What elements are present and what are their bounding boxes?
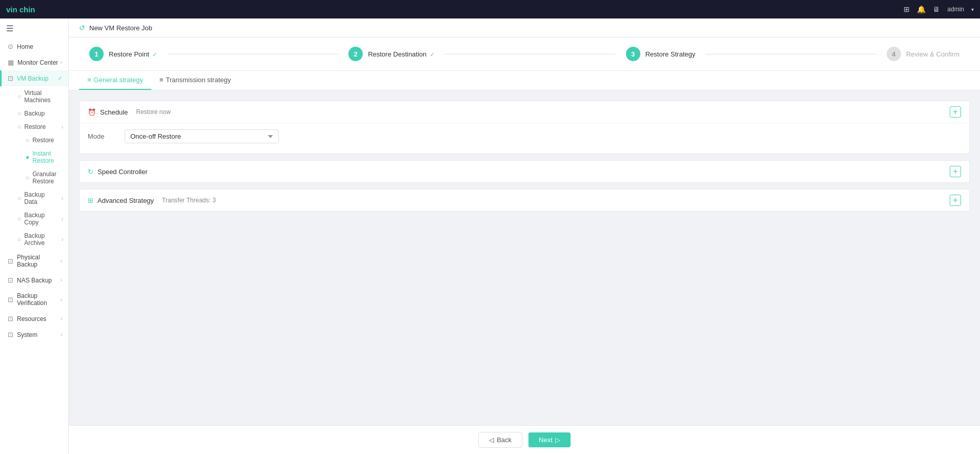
sidebar-item-vm-backup[interactable]: ⊡ VM Backup ✓ — [0, 70, 68, 86]
step-3: 3 Restore Strategy — [626, 47, 696, 61]
advanced-title: Advanced Strategy — [97, 197, 154, 204]
tab-transmission-strategy[interactable]: ≡ Transmission strategy — [151, 71, 239, 90]
back-label: Back — [497, 436, 512, 444]
home-icon: ⊙ — [8, 43, 13, 50]
step-3-label-group: Restore Strategy — [645, 50, 696, 58]
main-content: ⏰ Schedule Restore now + Mode Once-off R… — [69, 90, 980, 425]
vm-backup-chevron: ✓ — [58, 75, 62, 81]
restore-chevron: › — [62, 124, 63, 130]
step-1-label: Restore Point — [109, 50, 149, 58]
sidebar-item-instant-restore[interactable]: ● Instant Restore — [21, 147, 68, 167]
back-button[interactable]: ◁ Back — [478, 432, 522, 448]
step-3-label: Restore Strategy — [645, 50, 696, 58]
grid-icon[interactable]: ⊞ — [904, 5, 910, 13]
page-header: ↺ New VM Restore Job — [69, 18, 980, 37]
advanced-icon: ⊞ — [88, 197, 93, 204]
advanced-subtitle: Transfer Threads: 3 — [162, 197, 216, 204]
general-tab-icon: ≡ — [87, 76, 91, 84]
chevron-down-icon: ▾ — [971, 7, 974, 12]
step-4-circle: 4 — [887, 47, 901, 61]
sidebar-item-nas-backup-label: NAS Backup — [17, 277, 52, 284]
sidebar-item-backup-verification[interactable]: ⊡ Backup Verification › — [0, 288, 68, 311]
step-4: 4 Review & Confirm — [887, 47, 959, 61]
sidebar-item-restore-label: Restore — [24, 123, 46, 130]
next-icon: ▷ — [555, 436, 560, 444]
step-1-num: 1 — [94, 50, 98, 58]
step-connector-2 — [445, 54, 616, 54]
logo-chin: chin — [19, 5, 35, 14]
granular-dot: ○ — [26, 174, 29, 181]
tab-transmission-label: Transmission strategy — [166, 76, 231, 84]
sidebar-item-backup-label: Backup — [24, 110, 45, 117]
tab-bar: ≡ General strategy ≡ Transmission strate… — [69, 71, 980, 90]
sidebar-item-backup-data[interactable]: ○ Backup Data › — [12, 188, 68, 209]
sidebar-item-restore-sub[interactable]: ○ Restore — [21, 134, 68, 147]
sidebar-item-restore[interactable]: ○ Restore › — [12, 120, 68, 134]
restore-job-icon: ↺ — [79, 24, 85, 32]
next-label: Next — [539, 436, 553, 444]
tab-general-strategy[interactable]: ≡ General strategy — [79, 71, 151, 90]
backup-data-chevron: › — [62, 196, 63, 201]
sidebar-item-granular-restore-label: Granular Restore — [32, 171, 63, 185]
backup-dot: ○ — [17, 110, 21, 117]
sidebar-item-virtual-machines[interactable]: ○ Virtual Machines — [12, 86, 68, 107]
vm-backup-icon: ⊡ — [8, 74, 13, 82]
sidebar-item-monitor[interactable]: ▦ Monitor Center › — [0, 54, 68, 70]
sidebar: ☰ ⊙ Home ▦ Monitor Center › ⊡ VM Backup … — [0, 18, 69, 454]
restore-sub-group: ○ Restore ● Instant Restore ○ Granular R… — [12, 134, 68, 188]
step-connector-1 — [167, 54, 338, 54]
sidebar-toggle[interactable]: ☰ — [0, 18, 68, 39]
sidebar-item-vm-backup-label: VM Backup — [17, 75, 48, 82]
step-2-circle: 2 — [348, 47, 363, 61]
advanced-card-header[interactable]: ⊞ Advanced Strategy Transfer Threads: 3 … — [80, 190, 969, 211]
speed-card: ↻ Speed Controller + — [79, 160, 970, 183]
topbar-icons: ⊞ 🔔 🖥 admin ▾ — [904, 5, 974, 13]
system-icon: ⊡ — [8, 331, 13, 338]
schedule-card-header[interactable]: ⏰ Schedule Restore now + — [80, 101, 969, 123]
sidebar-item-physical-backup[interactable]: ⊡ Physical Backup › — [0, 250, 68, 272]
sidebar-item-backup-archive[interactable]: ○ Backup Archive › — [12, 229, 68, 250]
speed-icon: ↻ — [88, 168, 93, 176]
sidebar-item-physical-backup-label: Physical Backup — [17, 254, 61, 268]
sidebar-item-backup-verification-label: Backup Verification — [17, 292, 61, 307]
sidebar-item-resources-label: Resources — [17, 315, 46, 323]
sidebar-item-granular-restore[interactable]: ○ Granular Restore — [21, 167, 68, 188]
step-1: 1 Restore Point ✓ — [89, 47, 157, 61]
sidebar-item-backup-copy[interactable]: ○ Backup Copy › — [12, 209, 68, 229]
step-2-check: ✓ — [430, 51, 435, 58]
step-2-label: Restore Destination — [368, 50, 426, 58]
physical-backup-icon: ⊡ — [8, 257, 13, 265]
physical-backup-chevron: › — [61, 258, 62, 264]
sidebar-item-backup-copy-label: Backup Copy — [24, 212, 58, 226]
schedule-expand-btn[interactable]: + — [950, 106, 961, 118]
desktop-icon[interactable]: 🖥 — [933, 5, 940, 13]
tab-general-label: General strategy — [94, 76, 143, 84]
speed-expand-btn[interactable]: + — [950, 166, 961, 177]
schedule-card-header-left: ⏰ Schedule Restore now — [88, 108, 171, 116]
user-label[interactable]: admin — [947, 6, 964, 13]
nas-backup-chevron: › — [61, 277, 62, 283]
sidebar-item-resources[interactable]: ⊡ Resources › — [0, 311, 68, 327]
sidebar-item-virtual-machines-label: Virtual Machines — [24, 89, 63, 104]
step-4-label: Review & Confirm — [906, 50, 959, 58]
schedule-icon: ⏰ — [88, 108, 96, 116]
next-button[interactable]: Next ▷ — [528, 432, 571, 447]
system-chevron: › — [61, 332, 62, 337]
mode-select[interactable]: Once-off Restore Scheduled Restore — [125, 129, 279, 143]
wizard-steps: 1 Restore Point ✓ 2 Restore Destination … — [69, 37, 980, 71]
advanced-expand-btn[interactable]: + — [950, 195, 961, 206]
sidebar-item-nas-backup[interactable]: ⊡ NAS Backup › — [0, 272, 68, 288]
footer: ◁ Back Next ▷ — [69, 425, 980, 454]
bell-icon[interactable]: 🔔 — [917, 5, 926, 13]
sidebar-item-instant-restore-label: Instant Restore — [32, 150, 63, 164]
sidebar-sub-vm: ○ Virtual Machines ○ Backup ○ Restore › … — [0, 86, 68, 250]
sidebar-item-home[interactable]: ⊙ Home — [0, 39, 68, 54]
content-area: ↺ New VM Restore Job 1 Restore Point ✓ 2 — [69, 18, 980, 454]
step-1-label-group: Restore Point ✓ — [109, 50, 157, 58]
transmission-tab-icon: ≡ — [160, 76, 164, 84]
logo-v: vin — [6, 5, 17, 14]
speed-card-header[interactable]: ↻ Speed Controller + — [80, 161, 969, 182]
mode-label: Mode — [88, 133, 119, 140]
sidebar-item-system[interactable]: ⊡ System › — [0, 327, 68, 343]
sidebar-item-backup[interactable]: ○ Backup — [12, 107, 68, 120]
